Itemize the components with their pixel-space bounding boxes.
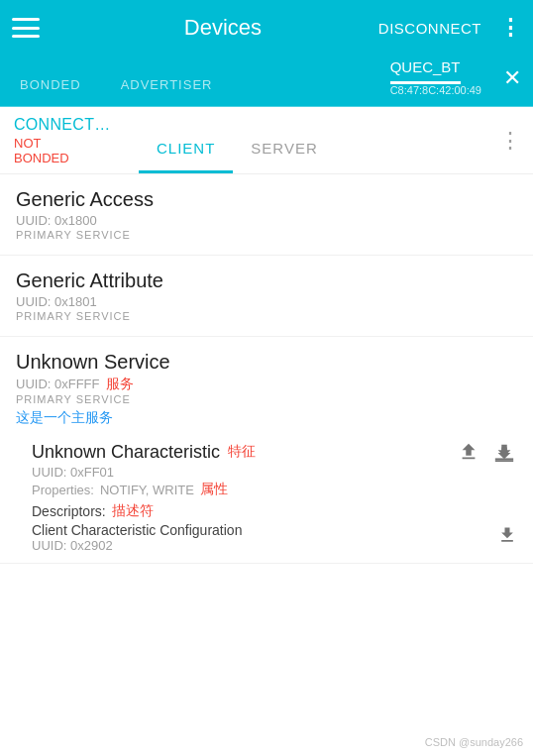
sub-header: CONNECT… NOT BONDED CLIENT SERVER ⋮: [0, 107, 533, 174]
service-name: Generic Access: [16, 188, 517, 211]
service-type: PRIMARY SERVICE: [16, 229, 517, 241]
app-title: Devices: [184, 15, 262, 41]
char-properties: Properties: NOTIFY, WRITE 属性: [32, 481, 517, 498]
tab-device[interactable]: QUEC_BT C8:47:8C:42:00:49: [373, 53, 499, 106]
upload-icon[interactable]: [458, 441, 480, 463]
connection-status: CONNECT… NOT BONDED: [0, 107, 139, 173]
descriptors-label-row: Descriptors: 描述符: [32, 502, 517, 520]
tab-bonded[interactable]: BONDED: [0, 77, 101, 106]
top-bar: Devices DISCONNECT ⋮: [0, 0, 533, 55]
descriptor-info: Client Characteristic Configuration UUID…: [32, 522, 242, 553]
content-area: Generic Access UUID: 0x1800 PRIMARY SERV…: [0, 174, 533, 756]
service-generic-attribute: Generic Attribute UUID: 0x1801 PRIMARY S…: [0, 256, 533, 337]
props-label: Properties:: [32, 483, 94, 497]
disconnect-button[interactable]: DISCONNECT: [378, 20, 481, 37]
top-bar-right: DISCONNECT ⋮: [378, 15, 521, 41]
uuid-row: UUID: 0xFFFF 服务: [16, 376, 517, 393]
char-name: Unknown Characteristic: [32, 442, 220, 463]
descriptor-download-icon[interactable]: [497, 525, 517, 550]
device-name: QUEC_BT: [390, 58, 461, 84]
not-label: NOT: [14, 136, 41, 151]
service-type: PRIMARY SERVICE: [16, 310, 517, 322]
sub-header-more-icon[interactable]: ⋮: [487, 107, 533, 173]
top-bar-left: [12, 18, 40, 38]
characteristic-unknown: Unknown Characteristic 特征: [0, 433, 533, 564]
descriptor-name: Client Characteristic Configuration: [32, 522, 242, 538]
service-name: Generic Attribute: [16, 270, 517, 292]
watermark: CSDN @sunday266: [425, 736, 523, 748]
connect-label: CONNECT…: [14, 116, 125, 134]
tab-server[interactable]: SERVER: [233, 126, 335, 173]
annotation-char-red: 特征: [228, 443, 256, 461]
service-uuid: UUID: 0x1801: [16, 294, 517, 309]
tab-close-button[interactable]: ✕: [499, 59, 533, 101]
hamburger-menu-button[interactable]: [12, 18, 40, 38]
download-double-icon[interactable]: [491, 441, 517, 463]
unknown-service-type: PRIMARY SERVICE: [16, 393, 517, 405]
props-value: NOTIFY, WRITE: [100, 483, 194, 497]
descriptor-uuid: UUID: 0x2902: [32, 538, 242, 553]
service-uuid: UUID: 0x1800: [16, 213, 517, 228]
descriptor-item: Client Characteristic Configuration UUID…: [32, 522, 517, 553]
char-actions: [458, 441, 517, 463]
unknown-service-name: Unknown Service: [16, 351, 517, 374]
tab-advertiser[interactable]: ADVERTISER: [101, 77, 233, 106]
service-unknown: Unknown Service UUID: 0xFFFF 服务 PRIMARY …: [0, 337, 533, 433]
annotation-descriptors-red: 描述符: [112, 502, 154, 520]
annotation-props-red: 属性: [200, 481, 228, 498]
tab-client[interactable]: CLIENT: [139, 126, 233, 173]
annotation-service-blue: 这是一个主服务: [16, 409, 517, 427]
char-header: Unknown Characteristic 特征: [32, 441, 517, 463]
device-mac: C8:47:8C:42:00:49: [390, 84, 481, 100]
service-generic-access: Generic Access UUID: 0x1800 PRIMARY SERV…: [0, 174, 533, 256]
unknown-service-uuid: UUID: 0xFFFF: [16, 377, 100, 391]
tab-row: BONDED ADVERTISER QUEC_BT C8:47:8C:42:00…: [0, 55, 533, 107]
more-options-icon[interactable]: ⋮: [499, 15, 521, 41]
annotation-service-red: 服务: [106, 376, 134, 393]
bond-status: NOT BONDED: [14, 136, 125, 165]
sub-tabs: CLIENT SERVER: [139, 107, 487, 173]
descriptors-label: Descriptors:: [32, 503, 106, 519]
char-uuid: UUID: 0xFF01: [32, 465, 517, 480]
bonded-label: BONDED: [14, 151, 69, 165]
char-name-row: Unknown Characteristic 特征: [32, 442, 458, 463]
